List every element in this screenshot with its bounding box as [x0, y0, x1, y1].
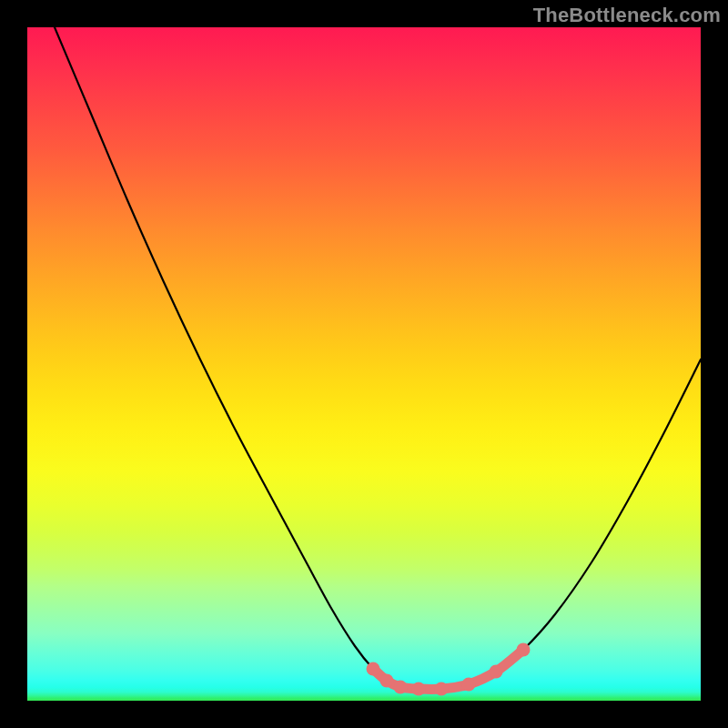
curve-layer	[27, 27, 701, 701]
bottleneck-curve	[55, 27, 701, 689]
plot-area	[27, 27, 701, 701]
highlight-dot	[412, 682, 426, 696]
highlight-dot	[490, 665, 503, 679]
highlight-dot	[462, 678, 476, 692]
highlight-dot	[435, 682, 449, 696]
highlight-dot	[380, 674, 394, 688]
watermark: TheBottleneck.com	[533, 4, 721, 27]
highlight-dot	[394, 681, 408, 694]
highlight-dot	[517, 643, 531, 657]
highlight-dot	[367, 662, 380, 676]
chart-stage: TheBottleneck.com	[0, 0, 728, 728]
